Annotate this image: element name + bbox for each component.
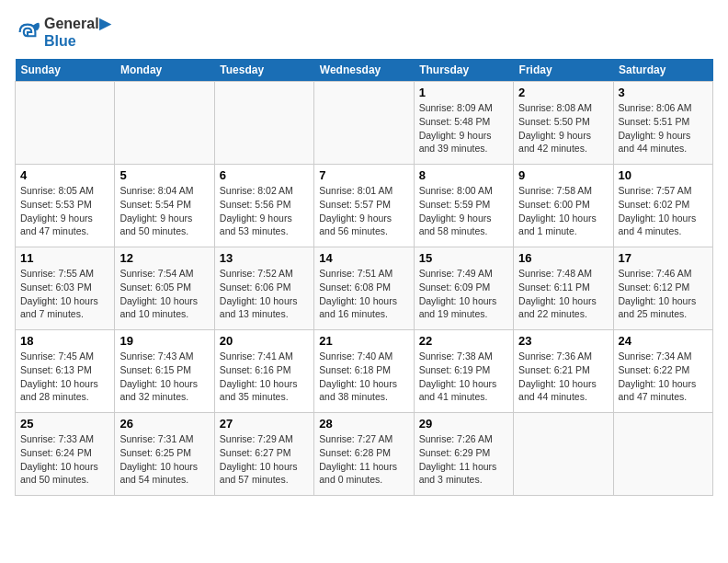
day-info: Sunrise: 7:43 AM Sunset: 6:15 PM Dayligh… [119,350,209,404]
day-number: 20 [220,334,309,348]
logo-text: General▶ Blue [44,15,110,50]
day-info: Sunrise: 7:57 AM Sunset: 6:02 PM Dayligh… [619,184,708,238]
day-info: Sunrise: 7:46 AM Sunset: 6:12 PM Dayligh… [619,267,708,321]
day-number: 9 [518,168,608,182]
day-cell: 14Sunrise: 7:51 AM Sunset: 6:08 PM Dayli… [314,247,414,330]
col-header-tuesday: Tuesday [214,59,313,82]
day-cell: 16Sunrise: 7:48 AM Sunset: 6:11 PM Dayli… [514,247,613,330]
day-number: 15 [419,251,508,265]
day-number: 26 [119,417,209,431]
day-number: 8 [419,168,508,182]
day-info: Sunrise: 7:36 AM Sunset: 6:21 PM Dayligh… [518,350,608,404]
day-info: Sunrise: 7:26 AM Sunset: 6:29 PM Dayligh… [419,432,508,487]
day-info: Sunrise: 8:04 AM Sunset: 5:54 PM Dayligh… [119,184,209,238]
day-cell: 13Sunrise: 7:52 AM Sunset: 6:06 PM Dayli… [214,247,313,330]
day-cell [115,82,214,165]
day-cell: 18Sunrise: 7:45 AM Sunset: 6:13 PM Dayli… [16,330,115,413]
day-cell: 24Sunrise: 7:34 AM Sunset: 6:22 PM Dayli… [613,330,712,413]
week-row-5: 25Sunrise: 7:33 AM Sunset: 6:24 PM Dayli… [16,413,713,496]
day-info: Sunrise: 7:58 AM Sunset: 6:00 PM Dayligh… [518,184,608,238]
day-number: 6 [220,168,309,182]
day-info: Sunrise: 7:52 AM Sunset: 6:06 PM Dayligh… [220,267,309,321]
week-row-3: 11Sunrise: 7:55 AM Sunset: 6:03 PM Dayli… [16,247,713,330]
day-cell [613,413,712,496]
day-cell: 7Sunrise: 8:01 AM Sunset: 5:57 PM Daylig… [314,165,414,247]
col-header-thursday: Thursday [414,59,513,82]
header-row: SundayMondayTuesdayWednesdayThursdayFrid… [16,59,713,82]
day-cell: 21Sunrise: 7:40 AM Sunset: 6:18 PM Dayli… [314,330,414,413]
day-cell: 10Sunrise: 7:57 AM Sunset: 6:02 PM Dayli… [613,165,712,247]
calendar-table: SundayMondayTuesdayWednesdayThursdayFrid… [15,59,713,496]
day-cell: 25Sunrise: 7:33 AM Sunset: 6:24 PM Dayli… [16,413,115,496]
day-cell [16,82,115,165]
day-cell: 20Sunrise: 7:41 AM Sunset: 6:16 PM Dayli… [214,330,313,413]
day-cell: 28Sunrise: 7:27 AM Sunset: 6:28 PM Dayli… [314,413,414,496]
day-info: Sunrise: 7:49 AM Sunset: 6:09 PM Dayligh… [419,267,508,321]
page-header: General▶ Blue [15,15,713,50]
day-number: 29 [419,417,508,431]
day-cell: 6Sunrise: 8:02 AM Sunset: 5:56 PM Daylig… [214,165,313,247]
day-cell: 15Sunrise: 7:49 AM Sunset: 6:09 PM Dayli… [414,247,513,330]
day-cell: 12Sunrise: 7:54 AM Sunset: 6:05 PM Dayli… [115,247,214,330]
day-number: 23 [518,334,608,348]
day-info: Sunrise: 7:33 AM Sunset: 6:24 PM Dayligh… [20,432,109,487]
day-cell: 23Sunrise: 7:36 AM Sunset: 6:21 PM Dayli… [514,330,613,413]
day-number: 7 [319,168,408,182]
day-number: 14 [319,251,408,265]
day-info: Sunrise: 7:34 AM Sunset: 6:22 PM Dayligh… [619,350,708,404]
day-info: Sunrise: 8:08 AM Sunset: 5:50 PM Dayligh… [518,101,608,155]
day-info: Sunrise: 7:31 AM Sunset: 6:25 PM Dayligh… [119,432,209,487]
day-number: 12 [119,251,209,265]
day-cell: 5Sunrise: 8:04 AM Sunset: 5:54 PM Daylig… [115,165,214,247]
logo-icon [15,19,40,45]
day-info: Sunrise: 7:45 AM Sunset: 6:13 PM Dayligh… [20,350,109,404]
day-cell: 29Sunrise: 7:26 AM Sunset: 6:29 PM Dayli… [414,413,513,496]
day-info: Sunrise: 7:48 AM Sunset: 6:11 PM Dayligh… [518,267,608,321]
day-cell: 2Sunrise: 8:08 AM Sunset: 5:50 PM Daylig… [514,82,613,165]
day-info: Sunrise: 8:05 AM Sunset: 5:53 PM Dayligh… [20,184,109,238]
col-header-saturday: Saturday [613,59,712,82]
day-info: Sunrise: 8:09 AM Sunset: 5:48 PM Dayligh… [419,101,508,155]
day-number: 1 [419,86,508,99]
day-cell: 22Sunrise: 7:38 AM Sunset: 6:19 PM Dayli… [414,330,513,413]
day-number: 28 [319,417,408,431]
day-number: 2 [518,86,608,99]
day-info: Sunrise: 8:00 AM Sunset: 5:59 PM Dayligh… [419,184,508,238]
col-header-sunday: Sunday [16,59,115,82]
day-cell: 19Sunrise: 7:43 AM Sunset: 6:15 PM Dayli… [115,330,214,413]
day-number: 5 [119,168,209,182]
day-cell: 3Sunrise: 8:06 AM Sunset: 5:51 PM Daylig… [613,82,712,165]
day-number: 24 [619,334,708,348]
day-number: 4 [20,168,109,182]
day-cell [314,82,414,165]
day-number: 16 [518,251,608,265]
col-header-friday: Friday [514,59,613,82]
col-header-monday: Monday [115,59,214,82]
day-info: Sunrise: 8:01 AM Sunset: 5:57 PM Dayligh… [319,184,408,238]
week-row-4: 18Sunrise: 7:45 AM Sunset: 6:13 PM Dayli… [16,330,713,413]
day-number: 21 [319,334,408,348]
day-info: Sunrise: 8:02 AM Sunset: 5:56 PM Dayligh… [220,184,309,238]
day-cell: 8Sunrise: 8:00 AM Sunset: 5:59 PM Daylig… [414,165,513,247]
day-cell: 27Sunrise: 7:29 AM Sunset: 6:27 PM Dayli… [214,413,313,496]
day-cell [214,82,313,165]
col-header-wednesday: Wednesday [314,59,414,82]
day-cell: 26Sunrise: 7:31 AM Sunset: 6:25 PM Dayli… [115,413,214,496]
day-cell: 17Sunrise: 7:46 AM Sunset: 6:12 PM Dayli… [613,247,712,330]
day-cell: 1Sunrise: 8:09 AM Sunset: 5:48 PM Daylig… [414,82,513,165]
day-cell: 11Sunrise: 7:55 AM Sunset: 6:03 PM Dayli… [16,247,115,330]
day-info: Sunrise: 7:38 AM Sunset: 6:19 PM Dayligh… [419,350,508,404]
day-info: Sunrise: 7:40 AM Sunset: 6:18 PM Dayligh… [319,350,408,404]
day-number: 22 [419,334,508,348]
day-number: 18 [20,334,109,348]
day-cell: 4Sunrise: 8:05 AM Sunset: 5:53 PM Daylig… [16,165,115,247]
day-number: 25 [20,417,109,431]
day-info: Sunrise: 8:06 AM Sunset: 5:51 PM Dayligh… [619,101,708,155]
day-number: 11 [20,251,109,265]
day-info: Sunrise: 7:41 AM Sunset: 6:16 PM Dayligh… [220,350,309,404]
day-number: 27 [220,417,309,431]
day-number: 19 [119,334,209,348]
day-number: 3 [619,86,708,99]
day-info: Sunrise: 7:27 AM Sunset: 6:28 PM Dayligh… [319,432,408,487]
week-row-2: 4Sunrise: 8:05 AM Sunset: 5:53 PM Daylig… [16,165,713,247]
